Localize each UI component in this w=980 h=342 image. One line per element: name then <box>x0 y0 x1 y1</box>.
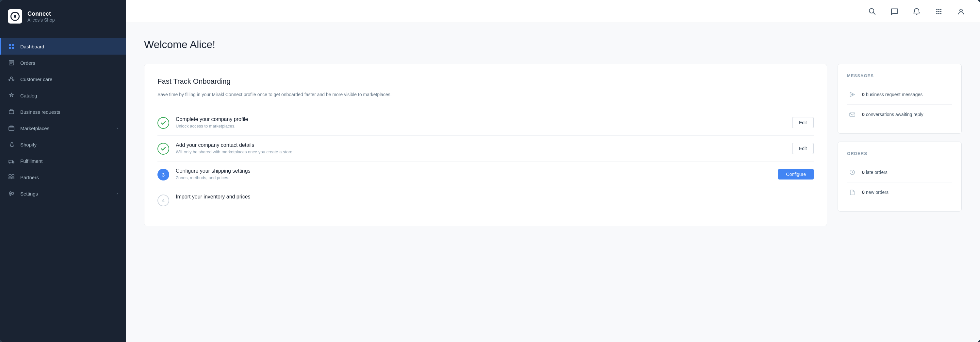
account-button[interactable] <box>955 6 967 18</box>
step-3-action: Configure <box>778 169 814 179</box>
svg-rect-1 <box>12 44 14 46</box>
step-3-desc: Zones, methods, and prices. <box>176 175 772 180</box>
sidebar-item-shopify[interactable]: Shopify <box>0 136 126 153</box>
chat-button[interactable] <box>889 6 900 18</box>
sidebar-item-fulfillment[interactable]: Fulfillment <box>0 153 126 169</box>
step-2: Add your company contact details Will on… <box>158 136 814 161</box>
welcome-title: Welcome Alice! <box>144 38 962 51</box>
svg-rect-3 <box>12 47 14 49</box>
mail-icon <box>847 109 858 120</box>
main-content: Welcome Alice! Fast Track Onboarding Sav… <box>126 0 980 342</box>
step-1-action: Edit <box>792 117 814 128</box>
step-1-desc: Unlock access to marketplaces. <box>176 124 786 128</box>
business-requests-icon <box>8 108 15 115</box>
sidebar-nav: Dashboard Orders <box>0 33 126 342</box>
step-1: Complete your company profile Unlock acc… <box>158 110 814 136</box>
top-header <box>126 0 980 23</box>
late-orders-text: 0 late orders <box>862 170 888 175</box>
onboarding-description: Save time by filling in your Mirakl Conn… <box>158 91 814 98</box>
marketplaces-icon <box>8 125 15 132</box>
sidebar-item-settings[interactable]: Settings › <box>0 185 126 202</box>
orders-icon <box>8 59 15 66</box>
customer-care-icon <box>8 75 15 83</box>
orders-section: ORDERS 0 late orders <box>838 142 962 211</box>
step-3-configure-button[interactable]: Configure <box>778 169 814 179</box>
sidebar-item-label: Partners <box>20 174 39 180</box>
step-2-icon <box>158 143 169 155</box>
svg-point-35 <box>936 13 937 14</box>
step-3: 3 Configure your shipping settings Zones… <box>158 161 814 187</box>
step-2-title: Add your company contact details <box>176 142 786 148</box>
sidebar-item-marketplaces[interactable]: Marketplaces › <box>0 120 126 136</box>
brand-name: Connect <box>27 10 55 18</box>
sidebar-item-label: Orders <box>20 60 35 66</box>
svg-point-38 <box>960 9 963 12</box>
partners-icon <box>8 174 15 181</box>
orders-section-title: ORDERS <box>847 151 952 156</box>
svg-point-10 <box>10 77 13 79</box>
sidebar-item-label: Customer care <box>20 77 52 82</box>
sidebar-item-label: Settings <box>20 191 38 197</box>
brand-info: Connect Alices's Shop <box>27 10 55 22</box>
fulfillment-icon <box>8 157 15 165</box>
step-2-edit-button[interactable]: Edit <box>792 143 814 154</box>
conversations-awaiting-reply-text: 0 conversations awaiting reply <box>862 112 923 117</box>
svg-rect-20 <box>12 177 14 179</box>
svg-rect-0 <box>9 44 11 46</box>
sidebar-item-label: Shopify <box>20 142 37 147</box>
step-1-title: Complete your company profile <box>176 117 786 122</box>
bell-button[interactable] <box>911 6 923 18</box>
sidebar-item-label: Fulfillment <box>20 158 43 164</box>
sidebar: Connect Alices's Shop Dashboard <box>0 0 126 342</box>
step-4-body: Import your inventory and prices <box>176 194 814 201</box>
svg-rect-18 <box>12 174 14 176</box>
search-button[interactable] <box>866 6 878 18</box>
sidebar-item-customer-care[interactable]: Customer care <box>0 71 126 87</box>
sidebar-item-dashboard[interactable]: Dashboard <box>0 38 126 54</box>
svg-point-37 <box>940 13 942 14</box>
step-3-title: Configure your shipping settings <box>176 168 772 174</box>
svg-point-31 <box>940 9 942 10</box>
step-2-desc: Will only be shared with marketplaces on… <box>176 149 786 154</box>
conversations-awaiting-reply-row: 0 conversations awaiting reply <box>847 105 952 124</box>
grid-button[interactable] <box>933 6 945 18</box>
logo-ring <box>10 12 20 21</box>
clock-icon <box>847 167 858 177</box>
svg-rect-9 <box>13 79 14 80</box>
svg-rect-8 <box>9 79 10 80</box>
svg-point-36 <box>938 13 940 14</box>
sidebar-header: Connect Alices's Shop <box>0 0 126 33</box>
step-1-body: Complete your company profile Unlock acc… <box>176 117 786 128</box>
right-panel: MESSAGES 0 business request messages <box>838 64 962 226</box>
onboarding-card: Fast Track Onboarding Save time by filli… <box>144 64 827 226</box>
business-request-messages-text: 0 business request messages <box>862 92 923 97</box>
business-request-messages-row: 0 business request messages <box>847 85 952 105</box>
app-logo <box>8 9 22 24</box>
step-3-body: Configure your shipping settings Zones, … <box>176 168 772 180</box>
sidebar-item-label: Marketplaces <box>20 126 49 131</box>
step-2-action: Edit <box>792 143 814 154</box>
svg-point-30 <box>938 9 940 10</box>
svg-point-26 <box>10 194 11 195</box>
svg-rect-11 <box>9 110 14 114</box>
onboarding-title: Fast Track Onboarding <box>158 77 814 86</box>
sidebar-item-label: Catalog <box>20 93 37 98</box>
sidebar-item-business-requests[interactable]: Business requests <box>0 104 126 120</box>
sidebar-item-partners[interactable]: Partners <box>0 169 126 185</box>
step-1-icon <box>158 117 169 129</box>
sidebar-item-label: Business requests <box>20 109 60 115</box>
content-grid: Fast Track Onboarding Save time by filli… <box>144 64 962 226</box>
messages-section-title: MESSAGES <box>847 73 952 78</box>
sidebar-item-catalog[interactable]: Catalog <box>0 87 126 104</box>
step-3-icon: 3 <box>158 169 169 181</box>
step-1-edit-button[interactable]: Edit <box>792 117 814 128</box>
new-orders-count: 0 <box>862 190 865 195</box>
dashboard-icon <box>8 43 15 50</box>
new-orders-row: 0 new orders <box>847 182 952 202</box>
svg-point-24 <box>10 192 11 193</box>
svg-line-28 <box>873 13 875 14</box>
svg-point-32 <box>936 11 937 12</box>
sidebar-item-orders[interactable]: Orders <box>0 54 126 71</box>
svg-point-34 <box>940 11 942 12</box>
chevron-right-icon: › <box>117 191 118 196</box>
